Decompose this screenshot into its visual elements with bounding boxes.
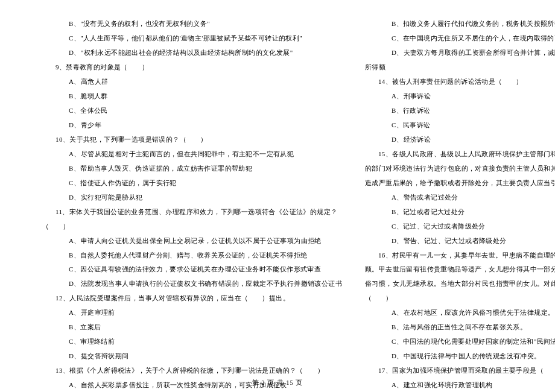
q16-opt-a: A、在农村地区，应该允许风俗习惯优先于法律规定。 <box>365 306 555 320</box>
q9-stem: 9、禁毒教育的对象是（ ） <box>42 60 342 75</box>
q17-stem: 17、国家为加强环境保护管理而采取的最主要手段是（ ） <box>365 364 555 378</box>
exam-page: B、"没有无义务的权利，也没有无权利的义务" C、"人人生而平等，他们都从他们的… <box>0 0 555 392</box>
page-footer: 第 2 页 共 15 页 <box>0 379 555 387</box>
q15-opt-a: A、警告或者记过处分 <box>365 191 555 205</box>
q16-stem: 16、村民甲有一儿一女，其妻早年去世。甲患病不能自理的五年时间里，由其女儿对甲进… <box>365 248 555 263</box>
q15-stem: 15、各级人民政府、县级以上人民政府环境保护主管部门和其他负有环境保护监督管理职… <box>365 147 555 162</box>
q10-opt-d: D、实行犯可能是胁从犯 <box>42 191 342 205</box>
q8-opt-c: C、"人人生而平等，他们都从他们的'造物主'那里被赋予某些不可转让的权利" <box>42 31 342 46</box>
q10-opt-b: B、帮助当事人毁灭、伪造证据的，成立妨害作证罪的帮助犯 <box>42 162 342 176</box>
q12-opt-c: C、审理终结前 <box>42 335 342 349</box>
q14-stem: 14、被告人刑事责任问题的诉讼活动是（ ） <box>365 75 555 89</box>
q16-opt-d: D、中国现行法律与中国人的传统观念没有冲突。 <box>365 349 555 364</box>
q16-stem2: 顾。甲去世后留有祖传贵重物品等遗产，女儿想分得其中一部分，但是儿子认为按照当地的… <box>365 262 555 277</box>
q15-opt-b: B、记过或者记大过处分 <box>365 205 555 220</box>
q16-opt-c: C、中国法的现代化需要处理好国家的制定法和"民间法"之间的关系。 <box>365 335 555 349</box>
q13-stem: 13、根据《个人所得税法》，关于个人所得税的征缴，下列哪一说法是正确的？（ ） <box>42 364 342 378</box>
q10-stem: 10、关于共犯，下列哪一选项是错误的？（ ） <box>42 133 342 147</box>
q13-opt-d2: 所得额 <box>365 60 555 75</box>
q12-opt-a: A、开庭审理前 <box>42 306 342 320</box>
q16-opt-b: B、法与风俗的正当性之间不存在紧张关系。 <box>365 320 555 335</box>
q10-opt-c: C、指使证人作伪证的，属于实行犯 <box>42 176 342 191</box>
q15-opt-d: D、警告、记过、记大过或者降级处分 <box>365 234 555 248</box>
q14-opt-a: A、刑事诉讼 <box>365 89 555 104</box>
q9-opt-d: D、青少年 <box>42 118 342 133</box>
q16-stem3: 俗习惯，女儿无继承权。当地大部分村民也指责甲的女儿。对此，下列哪一说法是可以成立… <box>365 277 555 291</box>
q13-opt-d: D、夫妻双方每月取得的工资薪金所得可合并计算，减除费用 7000 元后的余额，为… <box>365 46 555 60</box>
q12-opt-b: B、立案后 <box>42 320 342 335</box>
q15-opt-c: C、记过、记大过或者降级处分 <box>365 220 555 234</box>
q12-stem: 12、人民法院受理案件后，当事人对管辖权有异议的，应当在（ ）提出。 <box>42 291 342 306</box>
q14-opt-d: D、经济诉讼 <box>365 133 555 147</box>
q13-opt-b: B、扣缴义务人履行代扣代缴义务的，税务机关按照所扣缴的税款付给 2%的手续费 <box>365 17 555 31</box>
q9-opt-b: B、脆弱人群 <box>42 89 342 104</box>
q11-opt-d: D、法院发现当事人申请执行的公证债权文书确有错误的，应裁定不予执行并撤销该公证书 <box>42 277 342 291</box>
q9-opt-a: A、高危人群 <box>42 75 342 89</box>
q11-opt-c: C、因公证具有较强的法律效力，要求公证机关在办理公证业务时不能仅作形式审查 <box>42 262 342 277</box>
q12-opt-d: D、提交答辩状期间 <box>42 349 342 364</box>
left-column: B、"没有无义务的权利，也没有无权利的义务" C、"人人生而平等，他们都从他们的… <box>42 17 342 374</box>
q11-opt-a: A、申请人向公证机关提出保全网上交易记录，公证机关以不属于公证事项为由拒绝 <box>42 234 342 248</box>
q10-opt-a: A、尽管从犯是相对于主犯而言的，但在共同犯罪中，有主犯不一定有从犯 <box>42 147 342 162</box>
right-column: B、扣缴义务人履行代扣代缴义务的，税务机关按照所扣缴的税款付给 2%的手续费 C… <box>365 17 555 374</box>
q15-stem2: 的部门对环境违法行为进行包庇的，对直接负责的主管人员和其他直接责任人员给予（ ）… <box>365 162 555 176</box>
q13-opt-c: C、在中国境内无住所又不居住的个人，在境内取得的商业保险赔款，应缴纳个人所得税 <box>365 31 555 46</box>
q11-stem2: （ ） <box>42 220 342 234</box>
q11-stem: 11、宋体关于我国公证的业务范围、办理程序和效力，下列哪一选项符合《公证法》的规… <box>42 205 342 220</box>
q14-opt-c: C、民事诉讼 <box>365 118 555 133</box>
q9-opt-c: C、全体公民 <box>42 104 342 118</box>
q14-opt-b: B、行政诉讼 <box>365 104 555 118</box>
q11-opt-b: B、自然人委托他人代理财产分割、赠与、收养关系公证的，公证机关不得拒绝 <box>42 248 342 263</box>
q8-opt-d: D、"权利永远不能超出社会的经济结构以及由经济结构所制约的文化发展" <box>42 46 342 60</box>
q8-opt-b: B、"没有无义务的权利，也没有无权利的义务" <box>42 17 342 31</box>
q16-stem4: （ ） <box>365 291 555 306</box>
q15-stem3: 造成严重后果的，给予撤职或者开除处分，其主要负责人应当引咎辞职。 <box>365 176 555 191</box>
